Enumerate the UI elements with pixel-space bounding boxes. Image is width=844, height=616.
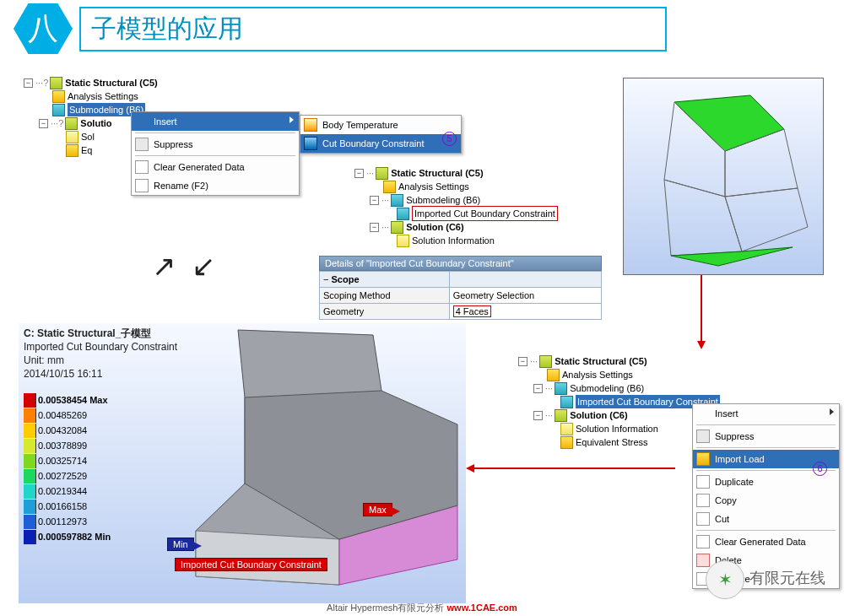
menu-insert[interactable]: Insert xyxy=(132,112,299,131)
details-geometry-val[interactable]: 4 Faces xyxy=(453,305,491,317)
step-badge-6: 6 xyxy=(813,462,827,476)
outline-tree-3[interactable]: −···Static Structural (C5) Analysis Sett… xyxy=(518,354,720,449)
tree2-root[interactable]: Static Structural (C5) xyxy=(391,166,483,180)
menu-cut-boundary-constraint[interactable]: Cut Boundary Constraint xyxy=(300,134,461,153)
menu-suppress[interactable]: Suppress xyxy=(132,135,299,154)
menu2-insert[interactable]: Insert xyxy=(693,404,839,423)
flow-arrow-down-icon xyxy=(701,275,702,343)
step-badge-5: 5 xyxy=(442,132,457,146)
svg-marker-4 xyxy=(725,188,808,251)
slide-title: 子模型的应用 xyxy=(79,7,667,51)
menu-body-temperature[interactable]: Body Temperature xyxy=(300,116,461,134)
tree1-sol[interactable]: Sol xyxy=(81,130,95,143)
footer-text: Altair Hypermesh有限元分析 xyxy=(327,602,446,613)
footer: Altair Hypermesh有限元分析 www.1CAE.com xyxy=(0,602,844,614)
svg-marker-0 xyxy=(674,95,784,151)
details-scoping-method-val[interactable]: Geometry Selection xyxy=(449,288,601,304)
decorative-arrows: ↗ ↙ xyxy=(152,249,215,283)
menu2-copy[interactable]: Copy xyxy=(693,491,839,510)
result-icc-label: Imported Cut Boundary Constraint xyxy=(175,558,327,571)
tree3-analysis-settings[interactable]: Analysis Settings xyxy=(562,368,633,381)
wechat-icon: ✶ xyxy=(706,560,744,599)
tree2-imported-cbc[interactable]: Imported Cut Boundary Constraint xyxy=(412,206,558,221)
tree2-solution[interactable]: Solution (C6) xyxy=(406,220,463,234)
slide-header: 八 子模型的应用 xyxy=(0,0,844,54)
tree1-eq[interactable]: Eq xyxy=(81,143,92,157)
insert-submenu[interactable]: Body Temperature Cut Boundary Constraint xyxy=(300,115,462,154)
section-number-hexagon: 八 xyxy=(14,3,73,54)
tree1-analysis-settings[interactable]: Analysis Settings xyxy=(68,89,138,103)
tree3-solution-info[interactable]: Solution Information xyxy=(576,422,658,435)
tree2-solution-info[interactable]: Solution Information xyxy=(412,234,495,247)
tree3-submodeling[interactable]: Submodeling (B6) xyxy=(570,381,644,395)
tree1-solution[interactable]: Solutio xyxy=(80,116,111,130)
section-number: 八 xyxy=(28,8,58,50)
details-panel: Details of "Imported Cut Boundary Constr… xyxy=(319,256,602,320)
menu2-suppress[interactable]: Suppress xyxy=(693,427,839,446)
watermark: ✶有限元在线 xyxy=(706,560,825,599)
menu-clear-generated-data[interactable]: Clear Generated Data xyxy=(132,158,299,176)
footer-link[interactable]: www.1CAE.com xyxy=(447,602,517,613)
tree2-submodeling[interactable]: Submodeling (B6) xyxy=(406,193,480,207)
flow-arrow-left-icon xyxy=(473,467,675,469)
svg-marker-5 xyxy=(671,247,793,266)
menu-rename[interactable]: Rename (F2) xyxy=(132,176,299,195)
tree3-root[interactable]: Static Structural (C5) xyxy=(555,354,647,368)
result-viewport[interactable]: C: Static Structural_子模型 Imported Cut Bo… xyxy=(19,323,466,603)
tree2-analysis-settings[interactable]: Analysis Settings xyxy=(398,180,469,193)
details-scope-header: Scope xyxy=(332,274,360,284)
tree3-solution[interactable]: Solution (C6) xyxy=(570,408,627,422)
details-scoping-method-key: Scoping Method xyxy=(320,288,450,304)
min-flag: Min xyxy=(167,538,194,551)
svg-marker-3 xyxy=(664,180,742,256)
menu2-cut[interactable]: Cut xyxy=(693,510,839,528)
tree1-root[interactable]: Static Structural (C5) xyxy=(65,76,157,89)
geometry-model-icon xyxy=(624,78,823,274)
context-menu-submodeling[interactable]: Insert Suppress Clear Generated Data Ren… xyxy=(131,111,300,196)
details-geometry-key: Geometry xyxy=(320,304,450,320)
details-title: Details of "Imported Cut Boundary Constr… xyxy=(319,256,602,271)
menu2-clear-generated-data[interactable]: Clear Generated Data xyxy=(693,532,839,551)
max-flag: Max xyxy=(363,503,392,516)
geometry-preview[interactable] xyxy=(623,78,824,275)
outline-tree-2[interactable]: −···Static Structural (C5) Analysis Sett… xyxy=(354,166,558,247)
tree3-equivalent-stress[interactable]: Equivalent Stress xyxy=(576,435,648,449)
